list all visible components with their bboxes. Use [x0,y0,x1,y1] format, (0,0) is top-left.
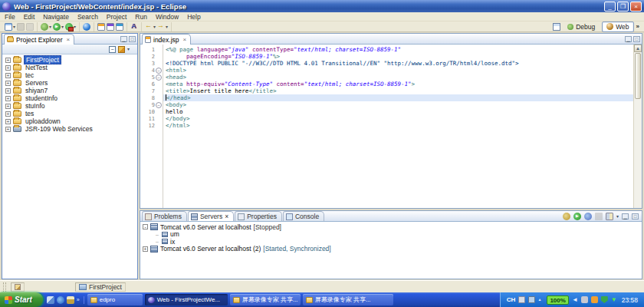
taskbar-button-1[interactable]: Web - FirstProjectWe... [145,294,228,305]
internet-explorer-icon[interactable] [57,296,64,304]
explorer-item-5[interactable]: +studentInfo [2,94,137,102]
dropdown-arrow-icon[interactable]: ▾ [61,24,64,29]
explorer-item-7[interactable]: +tes [2,110,137,117]
save-button[interactable] [17,23,25,31]
perspective-web-button[interactable]: Web [602,21,633,32]
show-desktop-icon[interactable] [47,296,54,304]
forward-button[interactable]: ▾ [157,23,168,31]
antivirus-tray-icon[interactable] [601,296,608,303]
editor-scrollbar[interactable]: ▲ [633,45,642,208]
expand-icon[interactable]: + [5,73,11,78]
expand-icon[interactable]: + [5,127,11,132]
collapse-all-icon[interactable]: − [109,46,116,53]
dropdown-arrow-icon[interactable]: ▾ [166,24,168,29]
explorer-item-6[interactable]: +stuInfo [2,102,137,110]
explorer-item-1[interactable]: +NetTest [2,64,137,71]
server-module-row[interactable]: –ix [143,238,642,246]
run-external-tools-button[interactable]: ▾ [65,23,76,31]
fold-toggle-icon[interactable]: − [156,102,162,108]
volume-icon[interactable]: ◄ [572,296,578,303]
minimize-view-icon[interactable]: ▁ [120,36,127,42]
back-button[interactable]: ▾ [145,23,156,31]
debug-button[interactable]: ▾ [41,23,51,31]
dropdown-arrow-icon[interactable]: ▾ [49,24,51,29]
server-row-1[interactable]: +Tomcat v6.0 Server at localhost (2) [St… [143,246,642,253]
debug-server-icon[interactable] [563,213,570,220]
maximize-view-icon[interactable]: □ [129,36,136,42]
taskbar-button-3[interactable]: 屏幕录像专家 共享... [303,294,393,305]
explorer-item-4[interactable]: +shiyan7 [2,87,137,94]
expand-icon[interactable]: + [5,111,11,117]
expand-icon[interactable]: + [143,246,148,252]
view-menu-icon[interactable]: ▾ [616,213,619,219]
explorer-item-9[interactable]: +JSR-109 Web Services [2,125,137,133]
keyboard-icon[interactable] [518,296,525,303]
tab-problems[interactable]: Problems [142,211,187,221]
quick-launch-app-icon[interactable] [67,296,74,304]
dropdown-arrow-icon[interactable]: ▾ [74,24,76,29]
restore-window-icon[interactable]: ❐ [617,2,629,12]
minimize-editor-icon[interactable]: ▁ [625,36,632,42]
menu-search[interactable]: Search [77,13,98,21]
start-button[interactable]: Start [0,292,43,307]
open-perspective-icon[interactable] [553,23,560,31]
close-window-icon[interactable]: × [630,2,642,12]
code-area[interactable]: <%@ page language="java" contentType="te… [163,45,633,208]
hide-icons-icon[interactable]: ▴ [538,296,544,303]
print-button[interactable] [26,23,34,31]
publish-server-icon[interactable] [606,213,613,220]
explorer-item-2[interactable]: +tec [2,71,137,79]
new-servlet-button[interactable] [107,23,114,31]
close-editor-icon[interactable]: × [183,36,187,43]
editor-tab-indexjsp[interactable]: index.jsp × [142,34,191,45]
new-wizard-button[interactable]: ▾ [5,23,15,31]
expand-icon[interactable]: + [5,119,11,124]
menu-project[interactable]: Project [107,13,127,21]
link-with-editor-icon[interactable] [118,46,125,53]
tab-servers[interactable]: Servers× [188,211,234,221]
expand-icon[interactable]: + [5,96,11,101]
new-jsp-button[interactable] [97,23,105,31]
expand-icon[interactable]: + [5,65,11,71]
project-explorer-tab[interactable]: Project Explorer × [4,34,74,45]
explorer-item-0[interactable]: +FirstProject [2,56,137,64]
menu-window[interactable]: Window [156,13,179,21]
close-view-icon[interactable]: × [66,36,70,43]
language-indicator[interactable]: CH [507,296,516,303]
quick-launch-overflow-icon[interactable]: » [77,297,80,302]
expand-icon[interactable]: + [5,81,11,86]
expand-icon[interactable]: - [143,224,148,229]
explorer-item-8[interactable]: +uploaddown [2,117,137,125]
expand-icon[interactable]: + [5,104,11,109]
fold-toggle-icon[interactable]: − [156,68,162,74]
dropdown-arrow-icon[interactable]: ▾ [153,24,156,29]
close-tab-icon[interactable]: × [225,213,228,220]
server-module-row[interactable]: –um [143,231,642,239]
clock[interactable]: 23:58 [622,296,638,304]
open-web-browser-button[interactable] [83,23,90,31]
taskbar-button-0[interactable]: edpro [87,294,143,305]
taskbar-button-2[interactable]: 屏幕录像专家 共享... [230,294,301,305]
menu-file[interactable]: File [5,13,15,21]
explorer-item-3[interactable]: +Servers [2,79,137,87]
display-settings-icon[interactable] [528,296,535,303]
messenger-tray-icon[interactable] [591,296,598,303]
profile-server-icon[interactable] [584,213,592,220]
tab-console[interactable]: Console [283,211,324,221]
new-ejb-button[interactable] [116,23,123,31]
dropdown-arrow-icon[interactable]: ▾ [13,24,15,29]
battery-indicator[interactable]: 100% [547,295,568,305]
hardware-tray-icon[interactable] [581,296,588,303]
minimize-window-icon[interactable]: _ [604,2,616,12]
maximize-view-icon[interactable]: □ [632,213,639,220]
minimize-view-icon[interactable]: ▁ [622,213,629,220]
stop-server-icon[interactable] [595,213,603,220]
expand-icon[interactable]: + [5,58,11,63]
menu-navigate[interactable]: Navigate [43,13,69,21]
scrollbar-thumb[interactable] [635,53,641,99]
menu-help[interactable]: Help [187,13,200,21]
tab-properties[interactable]: Properties [235,211,282,221]
maximize-editor-icon[interactable]: □ [633,36,640,42]
fold-toggle-icon[interactable]: − [156,74,162,81]
expand-icon[interactable]: + [5,88,11,94]
